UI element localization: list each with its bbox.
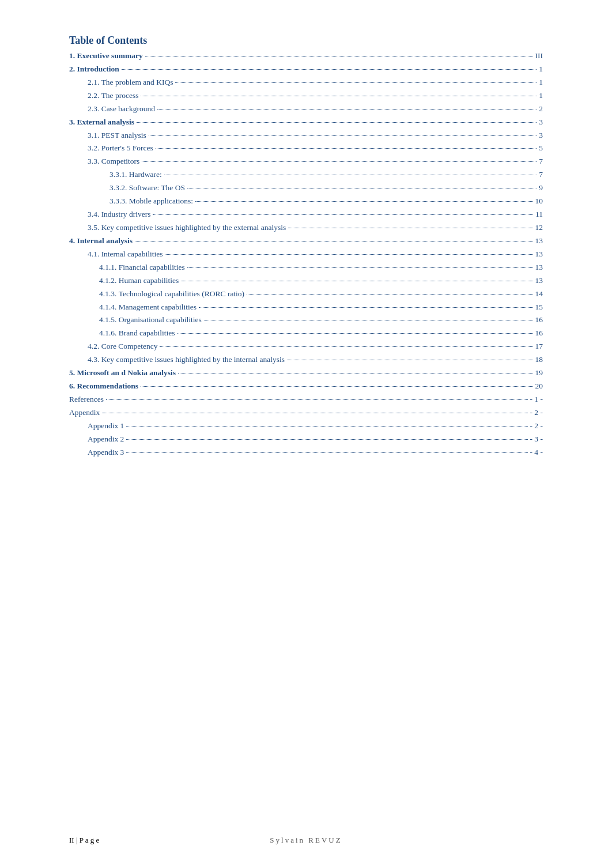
toc-number: 3.3.2. xyxy=(109,182,129,194)
toc-entry-2: 2. Introduction1 xyxy=(69,63,543,76)
toc-page: 10 xyxy=(535,195,543,207)
toc-entries: 1. Executive summaryIII2. Introduction12… xyxy=(69,50,543,459)
toc-number: 3.3.3. xyxy=(109,195,129,207)
toc-label: Appendix 2 xyxy=(88,433,124,446)
toc-page: 18 xyxy=(535,354,543,366)
toc-entry-4.1: 4.1. Internal capabilities13 xyxy=(69,248,543,261)
toc-label: Appendix xyxy=(69,407,100,419)
toc-page: 13 xyxy=(535,262,543,274)
toc-number: 3.1. xyxy=(88,130,101,142)
toc-dots xyxy=(153,214,533,215)
toc-page: 11 xyxy=(535,209,543,221)
toc-dots xyxy=(142,161,537,162)
toc-number: 3. xyxy=(69,116,77,129)
toc-entry-2.3: 2.3. Case background2 xyxy=(69,103,543,115)
toc-number: 3.3. xyxy=(88,156,101,168)
toc-dots xyxy=(175,82,537,83)
toc-label: Internal capabilities xyxy=(101,248,163,261)
toc-page: 2 xyxy=(539,103,543,115)
toc-entry-ref: References- 1 - xyxy=(69,394,543,406)
toc-page: 15 xyxy=(535,301,543,314)
footer-center: Sylvain REVUZ xyxy=(270,836,342,845)
toc-label: Competitors xyxy=(101,156,140,168)
toc-label: Brand capabilities xyxy=(119,327,175,339)
toc-label: The problem and KIQs xyxy=(101,77,173,89)
toc-entry-3: 3. External analysis3 xyxy=(69,116,543,129)
toc-entry-6: 6. Recommendations20 xyxy=(69,380,543,393)
toc-label: Appendix 3 xyxy=(88,447,124,459)
toc-dots xyxy=(178,373,532,373)
toc-number: 3.3.1. xyxy=(109,169,129,181)
toc-label: References xyxy=(69,394,104,406)
toc-page: 17 xyxy=(535,341,543,353)
toc-label: Hardware: xyxy=(129,169,162,181)
toc-page: 16 xyxy=(535,314,543,326)
toc-page: 3 xyxy=(539,130,543,142)
toc-page: 7 xyxy=(539,169,543,181)
toc-label: Case background xyxy=(101,103,155,115)
toc-number: 2.3. xyxy=(88,103,101,115)
toc-page: 9 xyxy=(539,182,543,194)
toc-entry-4.1.3: 4.1.3. Technological capabilities (RORC … xyxy=(69,288,543,300)
toc-label: Porter's 5 Forces xyxy=(101,142,153,154)
toc-dots xyxy=(141,96,537,96)
toc-entry-app2: Appendix 2- 3 - xyxy=(69,433,543,446)
toc-label: Human capabilities xyxy=(119,275,179,287)
toc-entry-4.3: 4.3. Key competitive issues highlighted … xyxy=(69,354,543,366)
toc-entry-app: Appendix- 2 - xyxy=(69,407,543,419)
toc-entry-3.3.2: 3.3.2. Software: The OS9 xyxy=(69,182,543,194)
toc-page: 13 xyxy=(535,235,543,247)
toc-page: - 4 - xyxy=(530,447,543,459)
toc-dots xyxy=(126,439,527,440)
toc-page: 1 xyxy=(539,77,543,89)
toc-page: - 1 - xyxy=(530,394,543,406)
toc-number: 3.2. xyxy=(88,142,101,154)
toc-page: 16 xyxy=(535,327,543,339)
toc-number: 3.4. xyxy=(88,209,101,221)
toc-dots xyxy=(122,69,537,70)
toc-entry-3.3.3: 3.3.3. Mobile applications:10 xyxy=(69,195,543,207)
toc-dots xyxy=(145,56,533,56)
toc-entry-4.1.2: 4.1.2. Human capabilities13 xyxy=(69,275,543,287)
toc-page: 13 xyxy=(535,248,543,261)
toc-label: Appendix 1 xyxy=(88,420,124,432)
toc-page: 7 xyxy=(539,156,543,168)
toc-dots xyxy=(199,307,532,308)
toc-number: 3.5. xyxy=(88,222,101,234)
toc-number: 4.1.4. xyxy=(99,301,119,314)
toc-number: 4. xyxy=(69,235,77,247)
toc-dots xyxy=(181,281,532,281)
toc-dots xyxy=(288,228,532,228)
toc-label: PEST analysis xyxy=(101,130,146,142)
toc-page: 20 xyxy=(535,380,543,393)
toc-number: 2.2. xyxy=(88,90,101,102)
toc-entry-3.3.1: 3.3.1. Hardware:7 xyxy=(69,169,543,181)
toc-label: Technological capabilities (RORC ratio) xyxy=(119,288,244,300)
toc-label: Recommendations xyxy=(77,380,139,393)
toc-entry-3.5: 3.5. Key competitive issues highlighted … xyxy=(69,222,543,234)
toc-dots xyxy=(187,188,537,188)
toc-number: 2.1. xyxy=(88,77,101,89)
toc-entry-4.1.5: 4.1.5. Organisational capabilities16 xyxy=(69,314,543,326)
toc-page: 5 xyxy=(539,142,543,154)
toc-entry-4.1.6: 4.1.6. Brand capabilities16 xyxy=(69,327,543,339)
toc-page: 19 xyxy=(535,367,543,379)
toc-dots xyxy=(137,122,537,123)
toc-number: 1. xyxy=(69,50,77,62)
toc-number: 4.1.6. xyxy=(99,327,119,339)
toc-label: Introduction xyxy=(77,63,119,76)
toc-dots xyxy=(204,320,533,320)
toc-label: The process xyxy=(101,90,139,102)
toc-dots xyxy=(195,201,532,202)
toc-dots xyxy=(164,175,537,175)
toc-entry-4: 4. Internal analysis13 xyxy=(69,235,543,247)
toc-dots xyxy=(141,386,533,387)
toc-number: 4.2. xyxy=(88,341,101,353)
toc-dots xyxy=(156,148,537,149)
toc-dots xyxy=(126,452,527,453)
toc-page: III xyxy=(535,50,543,62)
toc-entry-4.1.4: 4.1.4. Management capabilities15 xyxy=(69,301,543,314)
toc-number: 4.1.2. xyxy=(99,275,119,287)
toc-number: 4.3. xyxy=(88,354,101,366)
toc-dots xyxy=(106,399,528,400)
